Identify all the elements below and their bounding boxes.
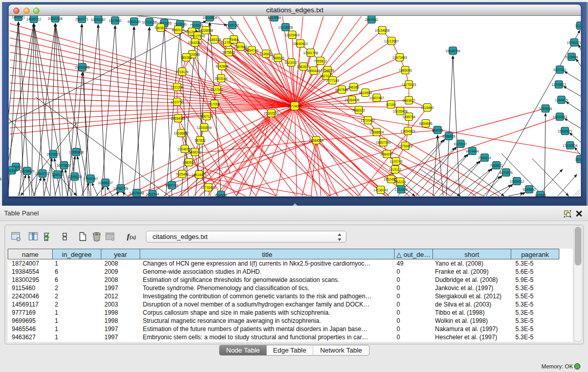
svg-text:7515546: 7515546: [173, 23, 187, 26]
svg-text:8427552: 8427552: [210, 88, 224, 92]
svg-text:17359938: 17359938: [69, 150, 84, 154]
svg-text:3215955: 3215955: [539, 107, 552, 111]
svg-text:10688609: 10688609: [369, 130, 384, 134]
svg-text:29053346: 29053346: [75, 65, 90, 69]
svg-text:8186328: 8186328: [208, 38, 221, 41]
svg-text:1733426: 1733426: [395, 188, 408, 191]
svg-text:3875685: 3875685: [222, 51, 235, 54]
svg-text:116753: 116753: [575, 158, 581, 161]
svg-text:1292344: 1292344: [146, 192, 159, 196]
svg-text:1495754: 1495754: [402, 115, 416, 119]
svg-text:8990448: 8990448: [307, 69, 320, 73]
svg-text:7986322: 7986322: [352, 108, 365, 112]
svg-text:9777169: 9777169: [326, 79, 339, 82]
svg-text:8813054: 8813054: [268, 16, 281, 19]
svg-text:25302033: 25302033: [264, 112, 279, 115]
svg-text:13325419: 13325419: [285, 33, 300, 37]
svg-text:16782759: 16782759: [114, 187, 128, 190]
svg-text:19218506: 19218506: [278, 26, 293, 29]
svg-text:1580934: 1580934: [182, 161, 195, 164]
svg-text:10543362: 10543362: [188, 41, 203, 45]
svg-text:2087662: 2087662: [365, 18, 378, 21]
svg-text:20691406: 20691406: [48, 17, 63, 20]
svg-text:10025438: 10025438: [393, 110, 408, 113]
svg-text:2718126: 2718126: [176, 70, 189, 74]
svg-text:164095: 164095: [432, 128, 443, 132]
svg-text:15720407: 15720407: [361, 119, 376, 122]
svg-text:12156829: 12156829: [20, 169, 35, 173]
svg-text:6379197: 6379197: [454, 142, 467, 146]
svg-text:9657791: 9657791: [165, 184, 179, 187]
svg-text:989361: 989361: [181, 56, 192, 59]
svg-text:10653287: 10653287: [91, 18, 106, 21]
svg-text:111213: 111213: [575, 24, 581, 28]
svg-text:5322037: 5322037: [285, 61, 298, 64]
svg-text:18640910: 18640910: [293, 42, 308, 46]
svg-text:252214: 252214: [395, 180, 406, 184]
svg-text:9129966: 9129966: [565, 55, 578, 59]
svg-text:17654923: 17654923: [401, 129, 416, 133]
svg-text:6966160: 6966160: [127, 20, 141, 24]
svg-text:9084067: 9084067: [380, 152, 394, 156]
svg-text:10958107: 10958107: [98, 181, 113, 185]
svg-text:1615112: 1615112: [389, 168, 402, 171]
svg-text:10719155: 10719155: [142, 20, 157, 24]
svg-text:2935114: 2935114: [478, 156, 491, 160]
svg-text:9146821: 9146821: [259, 52, 273, 56]
svg-text:746266: 746266: [348, 85, 359, 89]
svg-text:1405571: 1405571: [12, 16, 25, 19]
svg-text:15692971: 15692971: [558, 129, 573, 133]
svg-text:7663822: 7663822: [154, 26, 167, 30]
svg-text:15716485: 15716485: [201, 186, 216, 189]
svg-text:21364436: 21364436: [345, 98, 360, 102]
svg-text:10807487: 10807487: [369, 96, 384, 100]
svg-text:30975857: 30975857: [57, 164, 72, 167]
svg-text:587832: 587832: [194, 139, 206, 142]
svg-text:14055712: 14055712: [27, 17, 41, 21]
svg-text:3660124: 3660124: [171, 28, 185, 32]
svg-text:9245652: 9245652: [522, 188, 536, 191]
svg-text:7515546: 7515546: [190, 24, 203, 27]
svg-text:16648784: 16648784: [446, 49, 461, 53]
svg-text:7485003: 7485003: [399, 69, 412, 72]
svg-text:1588520: 1588520: [271, 56, 285, 60]
svg-text:18724007: 18724007: [288, 104, 302, 108]
svg-text:9242848: 9242848: [215, 64, 229, 68]
svg-text:17957257: 17957257: [83, 177, 98, 181]
svg-text:16914479: 16914479: [192, 173, 207, 177]
svg-text:10756928: 10756928: [398, 144, 413, 148]
svg-text:8454749: 8454749: [245, 49, 258, 52]
svg-text:6794028: 6794028: [321, 69, 334, 72]
svg-text:8471676: 8471676: [499, 171, 513, 174]
svg-text:2803144: 2803144: [214, 77, 228, 80]
svg-text:3624554: 3624554: [359, 91, 372, 95]
svg-text:14136141: 14136141: [374, 188, 388, 192]
svg-text:10154808: 10154808: [375, 29, 390, 32]
svg-text:10961758: 10961758: [303, 51, 318, 55]
svg-text:7955812: 7955812: [314, 59, 327, 63]
svg-text:6899695: 6899695: [419, 122, 432, 125]
svg-text:19654985: 19654985: [171, 117, 186, 120]
svg-text:9227342: 9227342: [553, 68, 567, 72]
svg-text:1221336: 1221336: [170, 85, 184, 89]
svg-text:7625402: 7625402: [176, 172, 189, 176]
svg-text:1010755: 1010755: [170, 100, 184, 104]
svg-text:1527602: 1527602: [108, 19, 122, 23]
svg-text:15751074: 15751074: [567, 41, 581, 45]
svg-text:12213967: 12213967: [384, 39, 399, 43]
svg-text:417006: 417006: [209, 102, 220, 106]
svg-text:1244415: 1244415: [555, 98, 568, 102]
svg-text:6497568: 6497568: [335, 88, 349, 92]
svg-text:75468: 75468: [229, 38, 238, 41]
svg-text:1120746: 1120746: [390, 160, 403, 163]
svg-text:16127509: 16127509: [190, 34, 205, 38]
svg-text:16033809: 16033809: [203, 16, 217, 19]
svg-text:9474444: 9474444: [466, 149, 479, 153]
svg-text:2020657: 2020657: [47, 152, 60, 156]
svg-text:18807249: 18807249: [376, 141, 391, 144]
svg-text:12353594: 12353594: [197, 126, 212, 129]
svg-text:391513: 391513: [9, 169, 17, 172]
svg-text:9115460: 9115460: [421, 106, 434, 110]
svg-text:53226058: 53226058: [199, 29, 213, 32]
svg-text:62160: 62160: [386, 103, 396, 106]
